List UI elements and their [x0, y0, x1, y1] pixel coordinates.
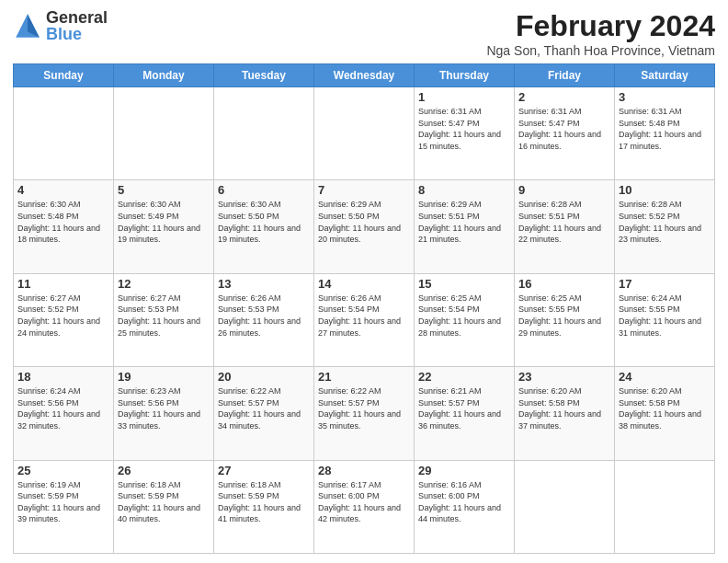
day-info: Sunrise: 6:30 AM Sunset: 5:49 PM Dayligh…: [118, 199, 210, 245]
day-info: Sunrise: 6:31 AM Sunset: 5:47 PM Dayligh…: [518, 106, 610, 152]
calendar-cell: 8Sunrise: 6:29 AM Sunset: 5:51 PM Daylig…: [415, 180, 515, 273]
day-info: Sunrise: 6:31 AM Sunset: 5:48 PM Dayligh…: [619, 106, 711, 152]
day-info: Sunrise: 6:19 AM Sunset: 5:59 PM Dayligh…: [17, 479, 109, 525]
day-info: Sunrise: 6:29 AM Sunset: 5:50 PM Dayligh…: [318, 199, 410, 245]
day-header-friday: Friday: [515, 64, 615, 87]
day-number: 24: [619, 370, 711, 384]
day-info: Sunrise: 6:25 AM Sunset: 5:55 PM Dayligh…: [518, 293, 610, 339]
day-header-thursday: Thursday: [415, 64, 515, 87]
day-number: 19: [118, 370, 210, 384]
calendar-cell: 9Sunrise: 6:28 AM Sunset: 5:51 PM Daylig…: [515, 180, 615, 273]
logo: General Blue: [13, 9, 108, 42]
calendar-cell: 10Sunrise: 6:28 AM Sunset: 5:52 PM Dayli…: [615, 180, 715, 273]
calendar-cell: 27Sunrise: 6:18 AM Sunset: 5:59 PM Dayli…: [214, 460, 314, 553]
calendar-cell: 16Sunrise: 6:25 AM Sunset: 5:55 PM Dayli…: [515, 273, 615, 366]
calendar-header-row: SundayMondayTuesdayWednesdayThursdayFrid…: [14, 64, 715, 87]
calendar-cell: 12Sunrise: 6:27 AM Sunset: 5:53 PM Dayli…: [114, 273, 214, 366]
calendar-cell: 20Sunrise: 6:22 AM Sunset: 5:57 PM Dayli…: [214, 367, 314, 460]
calendar-cell: 22Sunrise: 6:21 AM Sunset: 5:57 PM Dayli…: [415, 367, 515, 460]
day-number: 12: [118, 277, 210, 291]
day-number: 17: [619, 277, 711, 291]
page: General Blue February 2024 Nga Son, Than…: [0, 0, 728, 563]
day-header-sunday: Sunday: [14, 64, 114, 87]
day-info: Sunrise: 6:27 AM Sunset: 5:53 PM Dayligh…: [118, 293, 210, 339]
calendar-cell: 19Sunrise: 6:23 AM Sunset: 5:56 PM Dayli…: [114, 367, 214, 460]
day-info: Sunrise: 6:28 AM Sunset: 5:52 PM Dayligh…: [619, 199, 711, 245]
day-info: Sunrise: 6:22 AM Sunset: 5:57 PM Dayligh…: [218, 385, 310, 431]
calendar-cell: 28Sunrise: 6:17 AM Sunset: 6:00 PM Dayli…: [314, 460, 415, 553]
day-number: 5: [118, 183, 210, 197]
calendar-cell: 15Sunrise: 6:25 AM Sunset: 5:54 PM Dayli…: [415, 273, 515, 366]
day-info: Sunrise: 6:29 AM Sunset: 5:51 PM Dayligh…: [418, 199, 510, 245]
day-info: Sunrise: 6:20 AM Sunset: 5:58 PM Dayligh…: [619, 385, 711, 431]
day-info: Sunrise: 6:21 AM Sunset: 5:57 PM Dayligh…: [418, 385, 510, 431]
location: Nga Son, Thanh Hoa Province, Vietnam: [486, 43, 715, 58]
day-header-monday: Monday: [114, 64, 214, 87]
calendar-week-0: 1Sunrise: 6:31 AM Sunset: 5:47 PM Daylig…: [14, 87, 715, 180]
calendar-week-1: 4Sunrise: 6:30 AM Sunset: 5:48 PM Daylig…: [14, 180, 715, 273]
calendar-cell: 13Sunrise: 6:26 AM Sunset: 5:53 PM Dayli…: [214, 273, 314, 366]
day-info: Sunrise: 6:27 AM Sunset: 5:52 PM Dayligh…: [17, 293, 109, 339]
calendar-cell: 25Sunrise: 6:19 AM Sunset: 5:59 PM Dayli…: [14, 460, 114, 553]
calendar-cell: 14Sunrise: 6:26 AM Sunset: 5:54 PM Dayli…: [314, 273, 415, 366]
day-header-saturday: Saturday: [615, 64, 715, 87]
calendar-cell: [214, 87, 314, 180]
day-info: Sunrise: 6:23 AM Sunset: 5:56 PM Dayligh…: [118, 385, 210, 431]
calendar-cell: 24Sunrise: 6:20 AM Sunset: 5:58 PM Dayli…: [615, 367, 715, 460]
day-number: 21: [318, 370, 410, 384]
day-header-tuesday: Tuesday: [214, 64, 314, 87]
calendar-cell: 23Sunrise: 6:20 AM Sunset: 5:58 PM Dayli…: [515, 367, 615, 460]
calendar-cell: 7Sunrise: 6:29 AM Sunset: 5:50 PM Daylig…: [314, 180, 415, 273]
day-info: Sunrise: 6:24 AM Sunset: 5:55 PM Dayligh…: [619, 293, 711, 339]
day-number: 7: [318, 183, 410, 197]
day-info: Sunrise: 6:30 AM Sunset: 5:50 PM Dayligh…: [218, 199, 310, 245]
calendar-cell: 18Sunrise: 6:24 AM Sunset: 5:56 PM Dayli…: [14, 367, 114, 460]
calendar-cell: 26Sunrise: 6:18 AM Sunset: 5:59 PM Dayli…: [114, 460, 214, 553]
day-number: 25: [17, 464, 109, 477]
calendar-week-3: 18Sunrise: 6:24 AM Sunset: 5:56 PM Dayli…: [14, 367, 715, 460]
day-number: 6: [218, 183, 310, 197]
calendar-cell: 21Sunrise: 6:22 AM Sunset: 5:57 PM Dayli…: [314, 367, 415, 460]
day-number: 15: [418, 277, 510, 291]
day-number: 18: [17, 370, 109, 384]
calendar-cell: [14, 87, 114, 180]
day-number: 29: [418, 464, 510, 477]
header: General Blue February 2024 Nga Son, Than…: [13, 9, 715, 58]
day-number: 3: [619, 90, 711, 104]
day-number: 9: [518, 183, 610, 197]
day-number: 26: [118, 464, 210, 477]
logo-general: General: [46, 9, 108, 26]
day-number: 4: [17, 183, 109, 197]
calendar-cell: 3Sunrise: 6:31 AM Sunset: 5:48 PM Daylig…: [615, 87, 715, 180]
day-info: Sunrise: 6:25 AM Sunset: 5:54 PM Dayligh…: [418, 293, 510, 339]
calendar-cell: 6Sunrise: 6:30 AM Sunset: 5:50 PM Daylig…: [214, 180, 314, 273]
day-info: Sunrise: 6:17 AM Sunset: 6:00 PM Dayligh…: [318, 479, 410, 525]
calendar-table: SundayMondayTuesdayWednesdayThursdayFrid…: [13, 63, 715, 554]
day-number: 10: [619, 183, 711, 197]
calendar-week-4: 25Sunrise: 6:19 AM Sunset: 5:59 PM Dayli…: [14, 460, 715, 553]
day-info: Sunrise: 6:18 AM Sunset: 5:59 PM Dayligh…: [118, 479, 210, 525]
day-info: Sunrise: 6:26 AM Sunset: 5:54 PM Dayligh…: [318, 293, 410, 339]
day-info: Sunrise: 6:16 AM Sunset: 6:00 PM Dayligh…: [418, 479, 510, 525]
day-info: Sunrise: 6:26 AM Sunset: 5:53 PM Dayligh…: [218, 293, 310, 339]
day-header-wednesday: Wednesday: [314, 64, 415, 87]
calendar-cell: 2Sunrise: 6:31 AM Sunset: 5:47 PM Daylig…: [515, 87, 615, 180]
calendar-cell: [114, 87, 214, 180]
calendar-cell: 4Sunrise: 6:30 AM Sunset: 5:48 PM Daylig…: [14, 180, 114, 273]
day-number: 28: [318, 464, 410, 477]
day-number: 23: [518, 370, 610, 384]
day-number: 8: [418, 183, 510, 197]
title-block: February 2024 Nga Son, Thanh Hoa Provinc…: [486, 9, 715, 58]
calendar-cell: 1Sunrise: 6:31 AM Sunset: 5:47 PM Daylig…: [415, 87, 515, 180]
day-info: Sunrise: 6:18 AM Sunset: 5:59 PM Dayligh…: [218, 479, 310, 525]
calendar-cell: [314, 87, 415, 180]
day-number: 1: [418, 90, 510, 104]
day-info: Sunrise: 6:20 AM Sunset: 5:58 PM Dayligh…: [518, 385, 610, 431]
day-number: 14: [318, 277, 410, 291]
month-year: February 2024: [486, 9, 715, 43]
calendar-week-2: 11Sunrise: 6:27 AM Sunset: 5:52 PM Dayli…: [14, 273, 715, 366]
day-info: Sunrise: 6:22 AM Sunset: 5:57 PM Dayligh…: [318, 385, 410, 431]
calendar-cell: [615, 460, 715, 553]
logo-icon: [13, 11, 42, 40]
day-info: Sunrise: 6:24 AM Sunset: 5:56 PM Dayligh…: [17, 385, 109, 431]
